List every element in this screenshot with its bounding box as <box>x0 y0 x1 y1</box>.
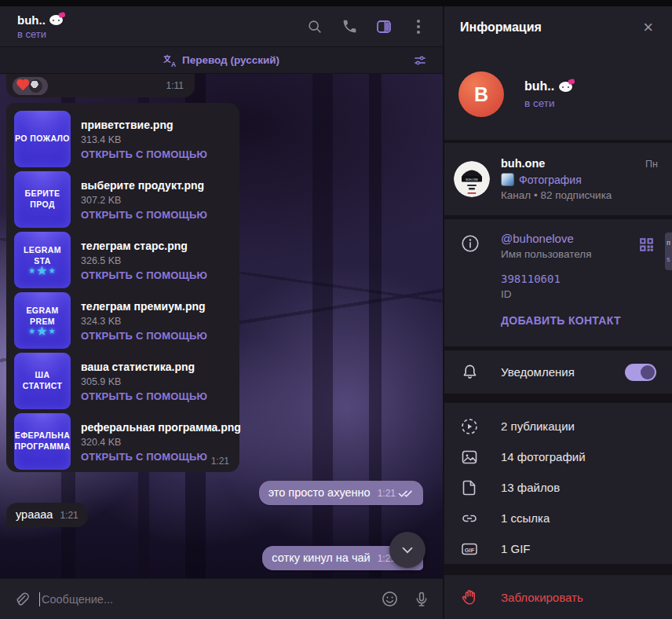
svg-text:BUH.ONE: BUH.ONE <box>466 178 478 181</box>
message-time: 1:21 <box>378 488 396 499</box>
telegram-window: buh.. в сети <box>0 0 672 619</box>
message-list[interactable]: 1:11 РО ПОЖАЛО приветствие.png 313.4 K <box>0 74 443 578</box>
block-section: Заблокировать <box>444 575 672 619</box>
channel-last-message: Фотография <box>519 174 582 186</box>
toggle-knob <box>641 365 655 379</box>
search-icon[interactable] <box>301 13 328 40</box>
scroll-to-bottom-button[interactable] <box>389 532 425 568</box>
add-contact-button[interactable]: ДОБАВИТЬ КОНТАКТ <box>501 314 658 327</box>
channel-name: buh.one <box>501 157 545 170</box>
chat-peer-info[interactable]: buh.. в сети <box>17 13 63 40</box>
close-icon[interactable]: × <box>638 16 658 39</box>
translate-settings-icon[interactable] <box>413 53 427 68</box>
file-name: приветствие.png <box>81 119 207 131</box>
message-text: сотку кинул на чай <box>272 551 370 564</box>
translate-label: Перевод (русский) <box>182 54 279 66</box>
open-with-link[interactable]: ОТКРЫТЬ С ПОМОЩЬЮ <box>81 209 207 221</box>
file-thumbnail[interactable]: ЕФЕРАЛЬНА ПРОГРАММА <box>14 413 71 470</box>
channel-subscribers: Канал • 82 подписчика <box>501 189 658 201</box>
translate-bar[interactable]: A Перевод (русский) <box>0 47 443 74</box>
message-bubble-partial[interactable]: 1:11 <box>6 74 195 97</box>
open-with-link[interactable]: ОТКРЫТЬ С ПОМОЩЬЮ <box>81 390 207 402</box>
profile-status: в сети <box>524 97 572 109</box>
channel-date: Пн <box>645 159 658 170</box>
pinned-channel-row[interactable]: BUH.ONE buh.one Пн Фотография Канал • 82… <box>444 143 672 215</box>
file-message-row[interactable]: LEGRAM STA ★★★ телеграм старс.png 326.5 … <box>14 229 232 290</box>
voice-record-icon[interactable] <box>413 591 430 608</box>
shared-media-row[interactable]: 13 файлов <box>444 472 672 503</box>
info-panel: Информация × B buh.. в сети <box>444 6 672 619</box>
open-with-link[interactable]: ОТКРЫТЬ С ПОМОЩЬЮ <box>81 330 207 342</box>
shared-media-row[interactable]: 1 ссылка <box>444 503 672 533</box>
qr-code-icon[interactable] <box>637 235 656 255</box>
shared-media-icon <box>460 478 484 497</box>
emoji-picker-icon[interactable] <box>381 590 399 608</box>
avatar[interactable]: B <box>458 71 504 117</box>
call-icon[interactable] <box>336 13 363 40</box>
notifications-toggle[interactable] <box>625 364 656 381</box>
username-value[interactable]: @buhonelove <box>501 232 592 245</box>
shared-media-label: 1 ссылка <box>501 511 550 525</box>
chat-column: buh.. в сети <box>0 6 443 619</box>
popup-fragment: s <box>667 255 672 264</box>
info-icon <box>460 233 484 260</box>
open-with-link[interactable]: ОТКРЫТЬ С ПОМОЩЬЮ <box>81 148 207 160</box>
shared-media-label: 2 публикации <box>501 419 575 433</box>
info-panel-title: Информация <box>460 20 542 35</box>
user-id-value[interactable]: 398110601 <box>501 273 658 285</box>
details-section: @buhonelove Имя пользователя 398110601 I… <box>444 219 672 346</box>
reactor-avatar <box>29 79 42 93</box>
toggle-sidebar-icon[interactable] <box>371 13 397 40</box>
file-message-row[interactable]: ША СТАТИСТ ваша статистика.png 305.9 KB … <box>14 350 232 411</box>
file-name: ваша статистика.png <box>81 361 207 373</box>
open-with-link[interactable]: ОТКРЫТЬ С ПОМОЩЬЮ <box>81 269 207 281</box>
message-text: это просто ахуенно <box>268 486 371 499</box>
profile-section: B buh.. в сети <box>444 49 672 140</box>
message-time: 1:11 <box>166 80 184 91</box>
shared-media-label: 13 файлов <box>501 481 560 494</box>
file-message-row[interactable]: EGRAM PREM ★★★ телеграм премиум.png 324.… <box>14 290 232 350</box>
translate-icon: A <box>163 54 177 67</box>
channel-avatar: BUH.ONE <box>454 161 490 197</box>
popup-fragment: п <box>667 239 672 247</box>
files-message-bubble[interactable]: РО ПОЖАЛО приветствие.png 313.4 KB ОТКРЫ… <box>6 103 239 472</box>
file-name: реферальная программа.png <box>81 421 232 434</box>
open-with-link[interactable]: ОТКРЫТЬ С ПОМОЩЬЮ <box>81 451 232 463</box>
file-thumbnail[interactable]: РО ПОЖАЛО <box>14 111 71 167</box>
file-thumbnail[interactable]: LEGRAM STA ★★★ <box>14 232 71 288</box>
file-thumbnail[interactable]: БЕРИТЕ ПРОД <box>14 171 71 228</box>
shared-media-label: 1 GIF <box>501 542 531 555</box>
thumbnail-caption: ША СТАТИСТ <box>14 370 71 391</box>
file-message-row[interactable]: БЕРИТЕ ПРОД выберите продукт.png 307.2 K… <box>14 169 232 229</box>
shared-media-icon <box>460 417 484 436</box>
shared-media-label: 14 фотографий <box>501 450 586 463</box>
message-input[interactable] <box>42 593 371 606</box>
user-id-label: ID <box>501 288 658 300</box>
shared-media-row[interactable]: 14 фотографий <box>444 441 672 472</box>
thumbnail-caption: ЕФЕРАЛЬНА ПРОГРАММА <box>15 430 71 452</box>
attach-file-icon[interactable] <box>13 591 30 608</box>
shared-media-row[interactable]: GIF 1 GIF <box>444 533 672 564</box>
shared-media-section: 2 публикации 14 фотографий 13 файлов <box>444 403 672 564</box>
info-header: Информация × <box>444 6 672 49</box>
menu-kebab-icon[interactable] <box>405 13 432 40</box>
file-name: выберите продукт.png <box>81 179 207 192</box>
outgoing-message[interactable]: это просто ахуенно 1:21 <box>259 481 423 505</box>
file-size: 326.5 KB <box>81 255 207 266</box>
block-user-button[interactable]: Заблокировать <box>501 591 583 604</box>
file-size: 313.4 KB <box>81 134 207 145</box>
reaction-pill[interactable] <box>13 77 48 95</box>
shared-media-row[interactable]: 2 публикации <box>444 411 672 441</box>
file-thumbnail[interactable]: EGRAM PREM ★★★ <box>14 292 71 349</box>
bell-icon <box>460 362 484 382</box>
notifications-row: Уведомления <box>444 350 672 394</box>
incoming-message[interactable]: ураааа 1:21 <box>6 503 88 527</box>
file-message-row[interactable]: РО ПОЖАЛО приветствие.png 313.4 KB ОТКРЫ… <box>14 108 232 169</box>
shared-media-icon <box>460 448 484 467</box>
file-name: телеграм старс.png <box>81 240 207 252</box>
stars-graphic: ★★★ <box>28 328 56 335</box>
file-message-row[interactable]: ЕФЕРАЛЬНА ПРОГРАММА реферальная программ… <box>14 411 232 471</box>
file-thumbnail[interactable]: ША СТАТИСТ <box>14 353 71 409</box>
file-size: 320.4 KB <box>81 437 232 448</box>
message-composer <box>0 578 443 619</box>
